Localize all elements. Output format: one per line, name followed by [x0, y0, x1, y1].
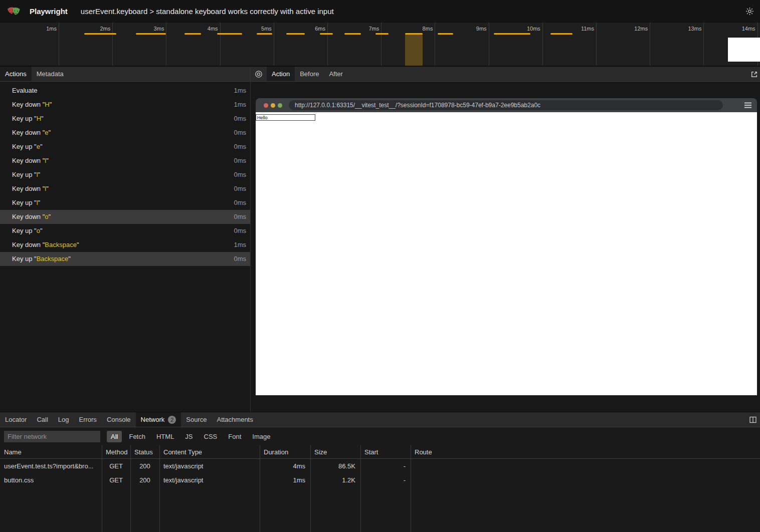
- column-header-duration[interactable]: Duration: [260, 448, 310, 456]
- action-row[interactable]: Key down "l"0ms: [0, 182, 250, 196]
- timeline-action-bar: [438, 33, 453, 35]
- column-header-route[interactable]: Route: [411, 448, 760, 456]
- network-table-header: NameMethodStatusContent TypeDurationSize…: [0, 445, 760, 459]
- tab-metadata[interactable]: Metadata: [32, 67, 69, 81]
- tab-call[interactable]: Call: [32, 412, 53, 427]
- action-row[interactable]: Key down "H"1ms: [0, 98, 250, 112]
- timeline-gridline: [59, 23, 59, 66]
- timeline-gridline: [542, 23, 543, 66]
- timeline-tick-label: 13ms: [671, 26, 701, 32]
- snapshot-area: http://127.0.0.1:63315/__vitest_test__/?…: [251, 82, 760, 411]
- action-row[interactable]: Key down "Backspace"1ms: [0, 238, 250, 252]
- timeline[interactable]: 1ms2ms3ms4ms5ms6ms7ms8ms9ms10ms11ms12ms1…: [0, 23, 760, 67]
- column-header-size[interactable]: Size: [310, 448, 360, 456]
- column-header-start[interactable]: Start: [360, 448, 411, 456]
- column-header-method[interactable]: Method: [102, 448, 130, 456]
- tab-errors[interactable]: Errors: [74, 412, 101, 427]
- action-row[interactable]: Key up "o"0ms: [0, 224, 250, 238]
- action-row[interactable]: Key up "Backspace"0ms: [0, 252, 250, 266]
- cell-method: GET: [102, 476, 130, 484]
- filter-chip-js[interactable]: JS: [181, 431, 197, 442]
- tab-attachments-label: Attachments: [217, 416, 253, 423]
- filter-chip-all[interactable]: All: [107, 431, 122, 442]
- timeline-tick-label: 5ms: [242, 26, 272, 32]
- filter-chip-html[interactable]: HTML: [152, 431, 178, 442]
- timeline-tick-label: 11ms: [564, 26, 594, 32]
- filter-chip-css[interactable]: CSS: [200, 431, 222, 442]
- action-duration: 1ms: [234, 238, 246, 252]
- timeline-tick-label: 4ms: [188, 26, 218, 32]
- tab-actions[interactable]: Actions: [0, 67, 32, 81]
- action-row[interactable]: Key up "e"0ms: [0, 140, 250, 154]
- network-request-row[interactable]: userEvent.test.ts?import&bro...GET200tex…: [0, 459, 760, 473]
- timeline-action-bar: [405, 33, 423, 35]
- hamburger-menu-icon: [744, 102, 752, 111]
- network-request-row[interactable]: button.cssGET200text/javascript1ms1.2K-: [0, 473, 760, 487]
- timeline-action-bar: [494, 33, 530, 35]
- cell-content-type: text/javascript: [159, 476, 260, 484]
- column-separator: [360, 445, 361, 532]
- action-row[interactable]: Key up "l"0ms: [0, 168, 250, 182]
- action-label-close-quote: ": [38, 199, 41, 206]
- split-columns-icon[interactable]: [749, 416, 757, 426]
- app-title: Playwright: [30, 7, 68, 16]
- action-label: Key down ": [12, 213, 45, 220]
- action-key-text: e: [37, 143, 40, 150]
- cell-duration: 1ms: [260, 476, 310, 484]
- filter-chip-fetch[interactable]: Fetch: [125, 431, 149, 442]
- column-header-status[interactable]: Status: [130, 448, 159, 456]
- tab-attachments[interactable]: Attachments: [212, 412, 258, 427]
- tab-source[interactable]: Source: [181, 412, 212, 427]
- browser-chrome: http://127.0.0.1:63315/__vitest_test__/?…: [256, 98, 757, 112]
- snapshot-panel: ActionBeforeAfter http://127.0.0.1:63315…: [251, 67, 760, 412]
- timeline-tick-label: 7ms: [349, 26, 379, 32]
- column-header-content-type[interactable]: Content Type: [159, 448, 260, 456]
- settings-gear-icon[interactable]: [745, 7, 755, 17]
- action-label-close-quote: ": [40, 227, 43, 234]
- timeline-action-bar: [550, 33, 573, 35]
- timeline-action-bar: [217, 33, 242, 35]
- timeline-action-bar: [375, 33, 389, 35]
- action-duration: 0ms: [234, 168, 246, 182]
- timeline-gridline: [596, 23, 597, 66]
- action-label: Key down ": [12, 129, 45, 136]
- action-key-text: H: [45, 101, 49, 108]
- action-row[interactable]: Key up "H"0ms: [0, 112, 250, 126]
- action-row[interactable]: Key up "l"0ms: [0, 196, 250, 210]
- tab-log[interactable]: Log: [53, 412, 74, 427]
- action-row[interactable]: Key down "l"0ms: [0, 154, 250, 168]
- timeline-tick-label: 2ms: [80, 26, 110, 32]
- filter-chip-font[interactable]: Font: [224, 431, 245, 442]
- filter-chip-image[interactable]: Image: [248, 431, 274, 442]
- timeline-gridline: [703, 23, 704, 66]
- tab-console[interactable]: Console: [102, 412, 136, 427]
- action-row[interactable]: Key down "o"0ms: [0, 210, 250, 224]
- timeline-gridline: [650, 23, 650, 66]
- action-row[interactable]: Key down "e"0ms: [0, 126, 250, 140]
- tab-action[interactable]: Action: [267, 67, 295, 81]
- action-key-text: o: [37, 227, 40, 234]
- cell-method: GET: [102, 462, 130, 470]
- main-area: ActionsMetadata Evaluate1msKey down "H"1…: [0, 67, 760, 412]
- timeline-selected-range: [405, 34, 423, 66]
- timeline-action-bar: [84, 33, 116, 35]
- tab-network[interactable]: Network2: [136, 412, 181, 427]
- column-separator: [260, 445, 260, 532]
- open-external-icon[interactable]: [750, 71, 758, 80]
- network-table-body: userEvent.test.ts?import&bro...GET200tex…: [0, 459, 760, 487]
- tab-actions-label: Actions: [5, 70, 27, 78]
- timeline-gridline: [274, 23, 274, 66]
- timeline-gridline: [327, 23, 328, 66]
- snapshot-tabs-slot: ActionBeforeAfter: [267, 67, 348, 81]
- page-text-input[interactable]: [256, 114, 315, 121]
- timeline-tick-label: 6ms: [295, 26, 325, 32]
- pick-locator-target-icon[interactable]: [251, 67, 267, 81]
- tab-after[interactable]: After: [324, 67, 347, 81]
- tab-before[interactable]: Before: [295, 67, 324, 81]
- traffic-lights-icon: [264, 103, 282, 108]
- column-header-name[interactable]: Name: [0, 448, 102, 456]
- filter-network-input[interactable]: [4, 431, 100, 442]
- action-key-text: o: [45, 213, 48, 220]
- tab-locator[interactable]: Locator: [0, 412, 32, 427]
- action-row[interactable]: Evaluate1ms: [0, 84, 250, 98]
